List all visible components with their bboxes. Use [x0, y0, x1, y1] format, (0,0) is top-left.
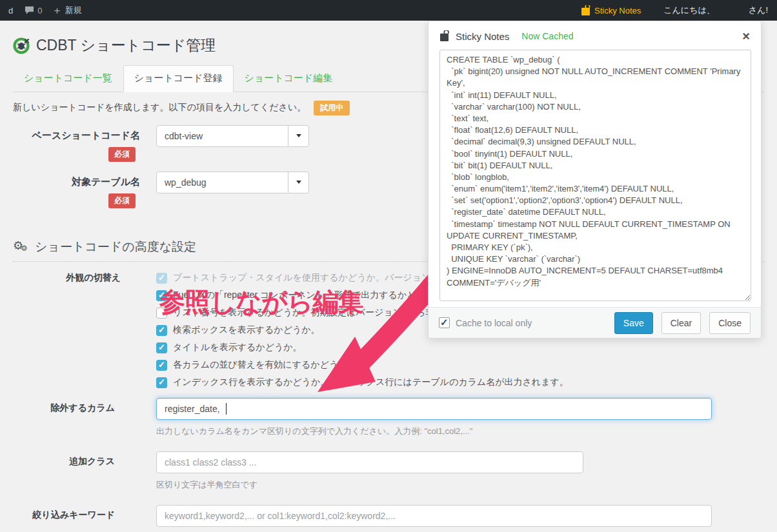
chevron-down-icon: [296, 181, 301, 184]
exclude-columns-label: 除外するカラム: [13, 398, 143, 414]
sticky-note-icon: [439, 30, 450, 42]
save-button[interactable]: Save: [614, 312, 653, 334]
note-textarea[interactable]: CREATE TABLE `wp_debug` ( `pk` bigint(20…: [439, 50, 751, 301]
sticky-panel-title: Sticky Notes: [456, 31, 509, 42]
comments-menu[interactable]: 0: [19, 0, 48, 21]
sticky-panel-header: Sticky Notes Now Cached ×: [429, 21, 761, 48]
site-menu[interactable]: d: [3, 0, 19, 21]
exclude-columns-help: 出力しないカラム名をカンマ区切りの文字列で入力ください。入力例: "col1,c…: [156, 426, 764, 437]
tab-shortcode-register[interactable]: ショートコード登録: [123, 65, 234, 92]
gears-icon: ⚙⚙: [13, 240, 30, 254]
filter-keywords-group: 絞り込みキーワード 絞り込むキーワードをカンマ区切りで入力してください。入力例:…: [13, 505, 764, 532]
sticky-panel-footer: Cache to local only Save Clear Close: [429, 307, 761, 338]
checkbox-show-title[interactable]: [156, 342, 167, 353]
clear-button[interactable]: Clear: [661, 312, 701, 334]
comment-count: 0: [37, 6, 42, 15]
base-shortcode-input[interactable]: [156, 125, 288, 147]
tab-shortcode-list[interactable]: ショートコード一覧: [13, 65, 123, 92]
greeting-suffix: さん!: [749, 5, 768, 16]
checkbox-list-number[interactable]: [156, 308, 167, 319]
base-shortcode-dropdown-button[interactable]: [288, 125, 309, 147]
site-initial: d: [8, 6, 13, 15]
filter-keywords-input[interactable]: [156, 505, 712, 527]
sticky-notes-label: Sticky Notes: [594, 6, 641, 15]
option-row: インデックス行を表示するかどうか。インデックス行にはテーブルのカラム名が出力され…: [156, 374, 764, 391]
target-table-input[interactable]: [156, 172, 288, 193]
tab-shortcode-edit[interactable]: ショートコード編集: [234, 65, 344, 92]
base-shortcode-label: ベースショートコード名: [13, 125, 143, 142]
appearance-label: 外観の切替え: [13, 270, 143, 284]
trial-badge: 試用中: [314, 101, 350, 115]
page-description: 新しいショートコードを作成します。以下の項目を入力してください。: [13, 102, 306, 113]
required-badge: 必須: [108, 193, 136, 208]
greeting-prefix: こんにちは、: [663, 5, 715, 16]
cdbt-plugin-icon: [13, 37, 30, 54]
exclude-columns-input[interactable]: [156, 398, 712, 420]
advanced-settings-title: ショートコードの高度な設定: [35, 239, 196, 255]
checkbox-index-row[interactable]: [156, 377, 167, 388]
target-table-dropdown-button[interactable]: [288, 172, 309, 193]
additional-class-input[interactable]: [156, 451, 583, 473]
close-icon[interactable]: ×: [742, 30, 750, 43]
required-badge: 必須: [108, 147, 136, 162]
checkbox-search-box[interactable]: [156, 325, 167, 336]
target-table-label: 対象テーブル名: [13, 172, 143, 188]
text-cursor: [226, 403, 227, 415]
sticky-notes-menu[interactable]: Sticky Notes: [575, 0, 647, 21]
additional-class-help: 区切り文字は半角空白です: [156, 479, 764, 491]
cache-status: Now Cached: [521, 31, 573, 41]
checkbox-bootstrap-style: [156, 273, 167, 284]
filter-keywords-label: 絞り込みキーワード: [13, 505, 143, 521]
admin-bar: d 0 + 新規 Sticky Notes こんにちは、 さん!: [0, 0, 777, 21]
additional-class-group: 追加クラス 区切り文字は半角空白です: [13, 451, 764, 491]
page-title-text: CDBT ショートコード管理: [36, 37, 216, 55]
cache-local-label: Cache to local only: [456, 318, 532, 328]
option-row: タイトルを表示するかどうか。: [156, 339, 764, 357]
exclude-columns-group: 除外するカラム 出力しないカラム名をカンマ区切りの文字列で入力ください。入力例:…: [13, 398, 764, 437]
additional-class-label: 追加クラス: [13, 451, 143, 468]
checkbox-fuelux-repeater[interactable]: [156, 290, 167, 301]
sticky-note-icon: [581, 5, 591, 16]
comment-bubble-icon: [25, 6, 34, 15]
cache-local-checkbox[interactable]: [439, 317, 450, 328]
plus-icon: +: [54, 5, 60, 16]
new-content-menu[interactable]: + 新規: [48, 0, 87, 21]
chevron-down-icon: [296, 134, 301, 137]
new-label: 新規: [65, 5, 81, 16]
option-row: 各カラムの並び替えを有効にするかどうか。: [156, 357, 764, 374]
checkbox-column-sort[interactable]: [156, 360, 167, 371]
sticky-notes-panel: Sticky Notes Now Cached × CREATE TABLE `…: [428, 21, 762, 339]
close-button[interactable]: Close: [709, 312, 751, 334]
